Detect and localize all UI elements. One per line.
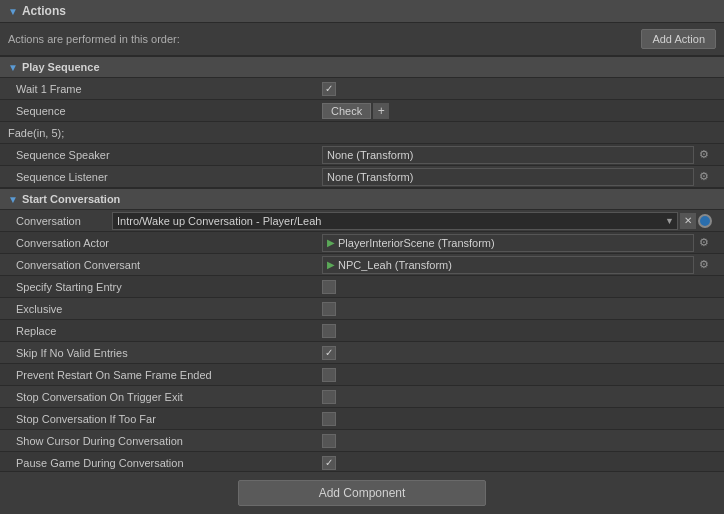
- conversation-row: Conversation Intro/Wake up Conversation …: [0, 210, 724, 232]
- sequence-speaker-value: None (Transform) ⚙: [322, 146, 716, 164]
- stop-conversation-trigger-exit-checkbox[interactable]: [322, 390, 336, 404]
- actions-header: ▼ Actions: [0, 0, 724, 23]
- specify-starting-entry-row: Specify Starting Entry: [0, 276, 724, 298]
- skip-if-no-valid-entries-checkbox[interactable]: [322, 346, 336, 360]
- conversation-value: Intro/Wake up Conversation - Player/Leah…: [112, 212, 716, 230]
- bottom-bar: Add Component: [0, 471, 724, 514]
- start-conversation-title: Start Conversation: [22, 193, 120, 205]
- sequence-speaker-settings-icon[interactable]: ⚙: [696, 148, 712, 161]
- sequence-speaker-row: Sequence Speaker None (Transform) ⚙: [0, 144, 724, 166]
- sequence-listener-row: Sequence Listener None (Transform) ⚙: [0, 166, 724, 188]
- sequence-listener-value: None (Transform) ⚙: [322, 168, 716, 186]
- sequence-listener-settings-icon[interactable]: ⚙: [696, 170, 712, 183]
- skip-if-no-valid-entries-label: Skip If No Valid Entries: [8, 347, 318, 359]
- show-cursor-checkbox[interactable]: [322, 434, 336, 448]
- sequence-speaker-field[interactable]: None (Transform): [322, 146, 694, 164]
- prevent-restart-label: Prevent Restart On Same Frame Ended: [8, 369, 318, 381]
- conversation-conversant-value: ▶ NPC_Leah (Transform) ⚙: [322, 256, 716, 274]
- conversation-label: Conversation: [8, 215, 108, 227]
- conversation-actor-row: Conversation Actor ▶ PlayerInteriorScene…: [0, 232, 724, 254]
- skip-if-no-valid-entries-row: Skip If No Valid Entries: [0, 342, 724, 364]
- prevent-restart-value: [322, 368, 716, 382]
- play-sequence-title: Play Sequence: [22, 61, 100, 73]
- start-conversation-header: ▼ Start Conversation: [0, 188, 724, 210]
- specify-starting-entry-checkbox[interactable]: [322, 280, 336, 294]
- actions-triangle-icon: ▼: [8, 6, 18, 17]
- conversation-combo-text: Intro/Wake up Conversation - Player/Leah: [113, 215, 662, 227]
- exclusive-value: [322, 302, 716, 316]
- start-conversation-triangle-icon: ▼: [8, 194, 18, 205]
- conversation-actor-value: ▶ PlayerInteriorScene (Transform) ⚙: [322, 234, 716, 252]
- specify-starting-entry-label: Specify Starting Entry: [8, 281, 318, 293]
- sequence-plus-button[interactable]: +: [373, 103, 389, 119]
- conversation-conversant-settings-icon[interactable]: ⚙: [696, 258, 712, 271]
- show-cursor-row: Show Cursor During Conversation: [0, 430, 724, 452]
- stop-conversation-too-far-value: [322, 412, 716, 426]
- sequence-listener-field[interactable]: None (Transform): [322, 168, 694, 186]
- wait-1-frame-label: Wait 1 Frame: [8, 83, 318, 95]
- main-container: ▼ Actions Actions are performed in this …: [0, 0, 724, 514]
- sequence-speaker-label: Sequence Speaker: [8, 149, 318, 161]
- sequence-value: Check +: [322, 103, 716, 119]
- show-cursor-label: Show Cursor During Conversation: [8, 435, 318, 447]
- stop-conversation-trigger-exit-row: Stop Conversation On Trigger Exit: [0, 386, 724, 408]
- stop-conversation-trigger-exit-value: [322, 390, 716, 404]
- replace-label: Replace: [8, 325, 318, 337]
- sequence-label: Sequence: [8, 105, 318, 117]
- sequence-row: Sequence Check +: [0, 100, 724, 122]
- prevent-restart-row: Prevent Restart On Same Frame Ended: [0, 364, 724, 386]
- add-action-button[interactable]: Add Action: [641, 29, 716, 49]
- conversation-dropdown[interactable]: Intro/Wake up Conversation - Player/Leah…: [112, 212, 678, 230]
- exclusive-label: Exclusive: [8, 303, 318, 315]
- actions-title: Actions: [22, 4, 716, 18]
- replace-value: [322, 324, 716, 338]
- replace-row: Replace: [0, 320, 724, 342]
- prevent-restart-checkbox[interactable]: [322, 368, 336, 382]
- pause-game-checkbox[interactable]: [322, 456, 336, 470]
- show-cursor-value: [322, 434, 716, 448]
- fade-text: Fade(in, 5);: [8, 127, 64, 139]
- conversation-conversant-field[interactable]: ▶ NPC_Leah (Transform): [322, 256, 694, 274]
- conversation-actor-label: Conversation Actor: [8, 237, 318, 249]
- sequence-speaker-text: None (Transform): [327, 149, 413, 161]
- conversation-actor-settings-icon[interactable]: ⚙: [696, 236, 712, 249]
- exclusive-row: Exclusive: [0, 298, 724, 320]
- replace-checkbox[interactable]: [322, 324, 336, 338]
- wait-1-frame-value: [322, 82, 716, 96]
- conversation-conversant-label: Conversation Conversant: [8, 259, 318, 271]
- sequence-listener-text: None (Transform): [327, 171, 413, 183]
- conversation-actor-icon: ▶: [327, 237, 335, 248]
- conversation-dropdown-arrow-icon: ▼: [662, 216, 677, 226]
- stop-conversation-too-far-checkbox[interactable]: [322, 412, 336, 426]
- conversation-conversant-icon: ▶: [327, 259, 335, 270]
- specify-starting-entry-value: [322, 280, 716, 294]
- add-component-button[interactable]: Add Component: [238, 480, 487, 506]
- pause-game-value: [322, 456, 716, 470]
- conversation-conversant-text: NPC_Leah (Transform): [338, 259, 452, 271]
- fade-row: Fade(in, 5);: [0, 122, 724, 144]
- stop-conversation-too-far-label: Stop Conversation If Too Far: [8, 413, 318, 425]
- conversation-actor-field[interactable]: ▶ PlayerInteriorScene (Transform): [322, 234, 694, 252]
- conversation-x-button[interactable]: ✕: [680, 213, 696, 229]
- play-sequence-header: ▼ Play Sequence: [0, 56, 724, 78]
- sequence-listener-label: Sequence Listener: [8, 171, 318, 183]
- skip-if-no-valid-entries-value: [322, 346, 716, 360]
- actions-order-label: Actions are performed in this order:: [8, 33, 180, 45]
- conversation-actor-text: PlayerInteriorScene (Transform): [338, 237, 495, 249]
- stop-conversation-too-far-row: Stop Conversation If Too Far: [0, 408, 724, 430]
- wait-1-frame-checkbox[interactable]: [322, 82, 336, 96]
- wait-1-frame-row: Wait 1 Frame: [0, 78, 724, 100]
- actions-order-bar: Actions are performed in this order: Add…: [0, 23, 724, 56]
- sequence-check-button[interactable]: Check: [322, 103, 371, 119]
- pause-game-label: Pause Game During Conversation: [8, 457, 318, 469]
- conversation-conversant-row: Conversation Conversant ▶ NPC_Leah (Tran…: [0, 254, 724, 276]
- stop-conversation-trigger-exit-label: Stop Conversation On Trigger Exit: [8, 391, 318, 403]
- exclusive-checkbox[interactable]: [322, 302, 336, 316]
- play-sequence-triangle-icon: ▼: [8, 62, 18, 73]
- pause-game-row: Pause Game During Conversation: [0, 452, 724, 471]
- content-area: ▼ Play Sequence Wait 1 Frame Sequence Ch…: [0, 56, 724, 471]
- conversation-radio-button[interactable]: [698, 214, 712, 228]
